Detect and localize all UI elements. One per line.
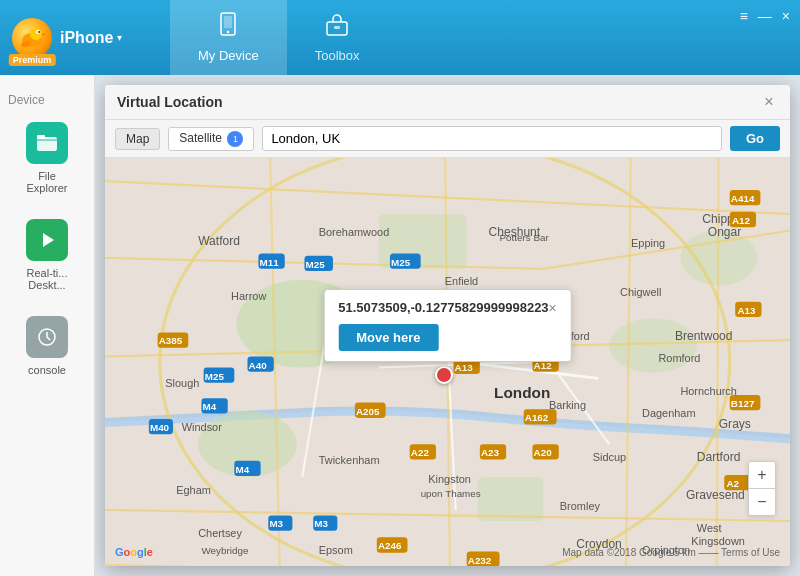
svg-text:Brentwood: Brentwood xyxy=(675,329,733,343)
map-type-satellite-button[interactable]: Satellite 1 xyxy=(168,127,254,151)
device-name: iPhone xyxy=(60,29,113,47)
sidebar-item-console[interactable]: console xyxy=(0,306,94,386)
svg-text:London: London xyxy=(494,384,550,401)
svg-text:M40: M40 xyxy=(150,422,170,433)
svg-text:Dartford: Dartford xyxy=(697,450,741,464)
svg-text:A2: A2 xyxy=(726,478,739,489)
sidebar: Device FileExplorer Real-ti...Deskt... xyxy=(0,75,95,576)
svg-text:Kingston: Kingston xyxy=(428,473,471,485)
svg-text:Romford: Romford xyxy=(658,352,700,364)
pin-dot xyxy=(435,366,453,384)
svg-text:Twickenham: Twickenham xyxy=(319,454,380,466)
map-attribution: Map data ©2018 Google 5 km —— Terms of U… xyxy=(562,547,780,558)
zoom-in-button[interactable]: + xyxy=(749,462,775,488)
location-search-input[interactable] xyxy=(262,126,722,151)
nav-item-toolbox[interactable]: Toolbox xyxy=(287,0,388,75)
location-popup: 51.5073509,-0.12775829999998223 × Move h… xyxy=(323,289,572,362)
svg-point-19 xyxy=(609,318,697,373)
svg-text:A13: A13 xyxy=(737,305,756,316)
svg-marker-13 xyxy=(43,233,54,247)
location-pin xyxy=(435,366,453,384)
menu-button[interactable]: ≡ xyxy=(740,8,748,24)
map-background: Watford Borehamwood Cheshunt Epping Enfi… xyxy=(105,158,790,566)
svg-text:Chertsey: Chertsey xyxy=(198,527,242,539)
svg-marker-4 xyxy=(42,33,46,36)
svg-text:Slough: Slough xyxy=(165,377,199,389)
realtime-desktop-label: Real-ti...Deskt... xyxy=(27,267,68,291)
svg-text:A12: A12 xyxy=(732,215,751,226)
go-button[interactable]: Go xyxy=(730,126,780,151)
svg-text:M3: M3 xyxy=(314,518,328,529)
popup-close-button[interactable]: × xyxy=(549,300,557,316)
svg-text:Egham: Egham xyxy=(176,484,211,496)
svg-text:A246: A246 xyxy=(378,540,402,551)
svg-rect-10 xyxy=(334,26,340,29)
my-device-icon xyxy=(215,12,241,44)
svg-text:Kingsdown: Kingsdown xyxy=(691,535,745,547)
device-dropdown-arrow: ▾ xyxy=(117,32,122,43)
map-type-map-button[interactable]: Map xyxy=(115,128,160,150)
svg-text:M11: M11 xyxy=(260,257,280,268)
my-device-label: My Device xyxy=(198,48,259,63)
sidebar-section-label: Device xyxy=(0,85,94,107)
svg-point-8 xyxy=(227,31,229,33)
svg-text:A13: A13 xyxy=(455,362,474,373)
map-footer: Google xyxy=(115,546,153,558)
move-here-button[interactable]: Move here xyxy=(338,324,438,351)
dialog-title: Virtual Location xyxy=(117,94,223,110)
svg-text:Epsom: Epsom xyxy=(319,544,353,556)
zoom-out-button[interactable]: − xyxy=(749,489,775,515)
svg-rect-21 xyxy=(478,477,544,521)
console-icon xyxy=(26,316,68,358)
svg-text:Potters Bar: Potters Bar xyxy=(500,232,550,243)
map-container[interactable]: Watford Borehamwood Cheshunt Epping Enfi… xyxy=(105,158,790,566)
sidebar-item-realtime-desktop[interactable]: Real-ti...Deskt... xyxy=(0,209,94,301)
svg-text:Enfield: Enfield xyxy=(445,275,478,287)
svg-text:M25: M25 xyxy=(306,259,326,270)
svg-text:A40: A40 xyxy=(249,360,268,371)
svg-text:Windsor: Windsor xyxy=(182,421,222,433)
file-explorer-icon xyxy=(26,122,68,164)
svg-text:Watford: Watford xyxy=(198,234,240,248)
svg-text:Hornchurch: Hornchurch xyxy=(680,385,737,397)
svg-text:A414: A414 xyxy=(731,193,755,204)
realtime-desktop-icon xyxy=(26,219,68,261)
premium-badge: Premium xyxy=(9,54,56,66)
satellite-label: Satellite xyxy=(179,131,222,145)
svg-text:A385: A385 xyxy=(159,335,183,346)
main-area: Device FileExplorer Real-ti...Deskt... xyxy=(0,75,800,576)
close-window-button[interactable]: × xyxy=(782,8,790,24)
svg-text:Chigwell: Chigwell xyxy=(620,286,661,298)
svg-text:M4: M4 xyxy=(203,401,217,412)
toolbox-label: Toolbox xyxy=(315,48,360,63)
svg-rect-12 xyxy=(37,135,45,139)
svg-text:Borehamwood: Borehamwood xyxy=(319,226,390,238)
top-bar: Premium iPhone ▾ My Device xyxy=(0,0,800,75)
dialog-close-button[interactable]: × xyxy=(760,93,778,111)
svg-text:M25: M25 xyxy=(391,257,411,268)
popup-header: 51.5073509,-0.12775829999998223 × xyxy=(338,300,557,316)
svg-text:Harrow: Harrow xyxy=(231,290,266,302)
svg-text:A205: A205 xyxy=(356,406,380,417)
svg-text:Dagenham: Dagenham xyxy=(642,407,696,419)
google-logo: Google xyxy=(115,546,153,558)
satellite-badge: 1 xyxy=(227,131,243,147)
svg-text:Weybridge: Weybridge xyxy=(201,545,248,556)
svg-text:Barking: Barking xyxy=(549,399,586,411)
svg-text:West: West xyxy=(697,522,722,534)
svg-text:M25: M25 xyxy=(205,371,225,382)
svg-text:M4: M4 xyxy=(235,464,249,475)
svg-text:M3: M3 xyxy=(269,518,283,529)
minimize-button[interactable]: — xyxy=(758,8,772,24)
nav-item-my-device[interactable]: My Device xyxy=(170,0,287,75)
popup-coordinates: 51.5073509,-0.12775829999998223 xyxy=(338,300,548,315)
svg-point-3 xyxy=(38,31,40,33)
window-controls: ≡ — × xyxy=(740,8,790,24)
console-label: console xyxy=(28,364,66,376)
sidebar-item-file-explorer[interactable]: FileExplorer xyxy=(0,112,94,204)
svg-text:A232: A232 xyxy=(468,555,492,566)
device-selector[interactable]: iPhone ▾ xyxy=(60,29,122,47)
zoom-controls: + − xyxy=(748,461,776,516)
file-explorer-label: FileExplorer xyxy=(27,170,68,194)
svg-text:B127: B127 xyxy=(731,398,755,409)
